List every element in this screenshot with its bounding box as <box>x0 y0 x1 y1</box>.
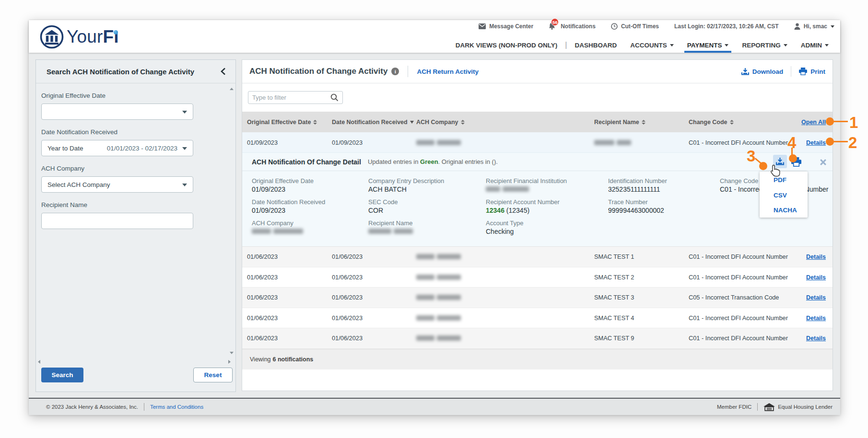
field-label: Recipient Name <box>41 201 228 208</box>
nav-dashboard[interactable]: DASHBOARD <box>568 37 623 53</box>
noc-detail-panel: ACH Notification Of Change Detail Update… <box>242 152 833 247</box>
callout-dot-1 <box>826 117 834 126</box>
info-icon[interactable]: i <box>391 68 399 75</box>
column-change-code[interactable]: Change Code <box>689 119 797 126</box>
last-login-text: Last Login: 02/17/2023, 10:26 AM, CST <box>674 23 779 30</box>
menu-item-nacha[interactable]: NACHA <box>760 203 808 218</box>
table-row[interactable]: 01/09/2023 01/09/2023 C01 - Incorrect DF… <box>242 132 833 152</box>
table-row[interactable]: 01/06/2023 01/06/2023 SMAC TEST 9 C01 - … <box>242 328 833 349</box>
search-button[interactable]: Search <box>41 368 83 382</box>
callout-line-1 <box>833 121 848 122</box>
title-divider <box>408 66 408 77</box>
nav-admin[interactable]: ADMIN <box>794 37 835 53</box>
callout-dot-3 <box>759 162 767 170</box>
nav-reporting[interactable]: REPORTING <box>735 37 794 53</box>
redacted-value <box>252 229 368 234</box>
cursor-hand-icon <box>770 164 780 177</box>
brand-name: YourFı <box>67 27 119 47</box>
footer-divider <box>144 403 144 411</box>
search-icon <box>330 93 339 102</box>
collapse-panel-icon[interactable] <box>221 68 226 75</box>
redacted-ach-company <box>416 315 594 321</box>
cutoff-times-button[interactable]: Cut-Off Times <box>611 23 659 30</box>
redacted-value <box>368 229 486 234</box>
page-footer: © 2023 Jack Henry & Associates, Inc. Ter… <box>29 398 840 415</box>
main-nav: DARK VIEWS (NON-PROD ONLY) | DASHBOARD A… <box>449 37 835 53</box>
scrollbar-up-arrow[interactable] <box>230 88 234 90</box>
detail-title: ACH Notification Of Change Detail <box>252 158 361 166</box>
details-link[interactable]: Details <box>806 139 826 146</box>
menu-item-csv[interactable]: CSV <box>760 188 808 203</box>
detail-field: Recipient Account Number12346 (12345) <box>486 198 608 219</box>
details-link[interactable]: Details <box>806 274 826 281</box>
clock-icon <box>611 23 618 30</box>
callout-number-2: 2 <box>848 134 857 152</box>
redacted-recipient-name <box>594 140 689 145</box>
column-date-notification-received[interactable]: Date Notification Received <box>332 119 416 126</box>
redacted-ach-company <box>416 254 594 259</box>
terms-link[interactable]: Terms and Conditions <box>150 404 203 410</box>
recipient-name-input[interactable] <box>41 213 193 229</box>
sort-icon <box>461 120 465 125</box>
envelope-icon <box>479 23 486 29</box>
detail-field: SEC CodeCOR <box>368 198 486 219</box>
nav-payments[interactable]: PAYMENTS <box>680 37 736 53</box>
table-row[interactable]: 01/06/2023 01/06/2023 SMAC TEST 4 C01 - … <box>242 308 833 329</box>
bank-logo-icon <box>39 24 64 49</box>
callout-dot-2 <box>826 138 834 146</box>
filter-input[interactable]: Type to filter <box>248 91 343 104</box>
utility-bar: Message Center 56 Notifications Cut-Off … <box>479 23 834 30</box>
field-label: ACH Company <box>41 165 228 172</box>
brand-logo[interactable]: YourFı <box>39 24 119 49</box>
column-original-effective-date[interactable]: Original Effective Date <box>247 119 332 126</box>
redacted-ach-company <box>416 295 594 300</box>
ach-return-activity-link[interactable]: ACH Return Activity <box>417 68 479 75</box>
table-row[interactable]: 01/06/2023 01/06/2023 SMAC TEST 1 C01 - … <box>242 247 833 267</box>
search-panel-title: Search ACH Notification of Change Activi… <box>47 68 194 76</box>
details-link[interactable]: Details <box>806 254 826 260</box>
redacted-ach-company <box>416 140 594 145</box>
message-center-button[interactable]: Message Center <box>479 23 533 30</box>
chevron-down-icon <box>825 44 829 46</box>
detail-field: Original Effective Date01/09/2023 <box>252 177 368 198</box>
actions-divider <box>791 66 791 77</box>
nav-dark-views[interactable]: DARK VIEWS (NON-PROD ONLY) <box>449 37 564 53</box>
download-format-menu: PDF CSV NACHA <box>760 172 808 218</box>
print-button[interactable]: Print <box>799 68 825 75</box>
ach-company-select[interactable]: Select ACH Company <box>41 176 193 193</box>
sort-icon <box>730 120 734 125</box>
user-menu[interactable]: Hi, smac <box>794 23 834 30</box>
callout-dot-4 <box>789 154 797 162</box>
chevron-down-icon <box>831 25 834 28</box>
details-link[interactable]: Details <box>806 315 826 322</box>
detail-legend: Updated entries in Green. Original entri… <box>368 158 498 165</box>
chevron-down-icon <box>182 111 187 114</box>
original-effective-date-select[interactable] <box>41 104 193 120</box>
details-link[interactable]: Details <box>806 294 826 301</box>
top-header: YourFı Message Center 56 Notifications C… <box>29 20 840 53</box>
open-all-link[interactable]: Open All <box>801 119 826 126</box>
details-link[interactable]: Details <box>806 335 826 342</box>
column-recipient-name[interactable]: Recipient Name <box>594 119 689 126</box>
detail-field: ACH Company <box>252 219 368 241</box>
detail-field: Account TypeChecking <box>486 219 608 241</box>
menu-item-pdf[interactable]: PDF <box>760 173 808 188</box>
column-ach-company[interactable]: ACH Company <box>416 119 594 126</box>
download-button[interactable]: Download <box>741 68 784 75</box>
equal-housing-text: Equal Housing Lender <box>778 404 833 410</box>
callout-number-3: 3 <box>747 147 755 165</box>
detail-close-icon[interactable] <box>820 159 827 166</box>
table-row[interactable]: 01/06/2023 01/06/2023 SMAC TEST 2 C01 - … <box>242 267 833 288</box>
notifications-button[interactable]: 56 Notifications <box>549 23 596 30</box>
copyright-text: © 2023 Jack Henry & Associates, Inc. <box>46 404 138 410</box>
table-row[interactable]: 01/06/2023 01/06/2023 SMAC TEST 3 C05 - … <box>242 288 833 308</box>
redacted-ach-company <box>416 275 594 280</box>
reset-button[interactable]: Reset <box>193 368 233 382</box>
scrollbar-down-arrow[interactable] <box>230 352 234 354</box>
sort-icon <box>642 120 645 125</box>
date-notification-received-select[interactable]: Year to Date 01/01/2023 - 02/17/2023 <box>41 140 193 156</box>
detail-field: Company Entry DescriptionACH BATCH <box>368 177 486 198</box>
search-panel: Search ACH Notification of Change Activi… <box>35 59 236 392</box>
nav-accounts[interactable]: ACCOUNTS <box>623 37 680 53</box>
sort-desc-icon <box>410 121 414 124</box>
